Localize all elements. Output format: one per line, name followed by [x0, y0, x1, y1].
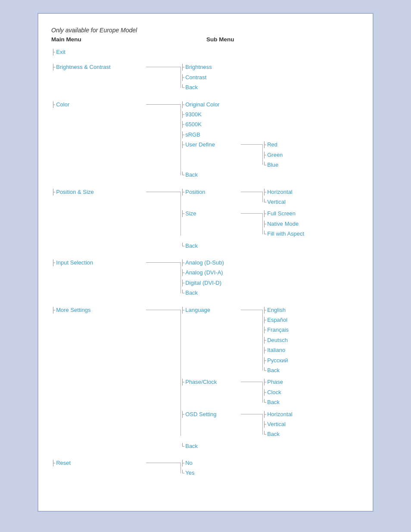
input-selection-section: ├ Input Selection ├ Analog (D-Sub) ├ Ana… — [51, 258, 360, 298]
position-size-label: Position & Size — [56, 187, 93, 197]
page-container: Only available for Europe Model Main Men… — [37, 13, 374, 512]
input-selection-label: Input Selection — [56, 258, 93, 268]
more-settings-section: ├ More Settings ├ Language ├English ├E — [51, 305, 360, 451]
color-section: ├ Color ├ Original Color ├ 9300K ├ 6500K — [51, 100, 360, 180]
menu-diagram: ├ Exit ├ Brightness & Contrast ├ Brightn… — [51, 47, 360, 478]
header-note: Only available for Europe Model — [51, 27, 360, 34]
reset-label: Reset — [56, 458, 71, 468]
brightness-contrast-section: ├ Brightness & Contrast ├ Brightness ├ C… — [51, 62, 360, 92]
exit-label: Exit — [56, 47, 65, 57]
reset-section: ├ Reset ├ No └ Yes — [51, 458, 360, 478]
exit-row: ├ Exit — [51, 47, 360, 57]
brightness-contrast-label: Brightness & Contrast — [56, 62, 110, 72]
position-size-section: ├ Position & Size ├ Position ├ — [51, 187, 360, 251]
col-headers: Main Menu Sub Menu — [51, 36, 360, 43]
more-settings-label: More Settings — [56, 305, 90, 315]
color-label: Color — [56, 100, 69, 109]
